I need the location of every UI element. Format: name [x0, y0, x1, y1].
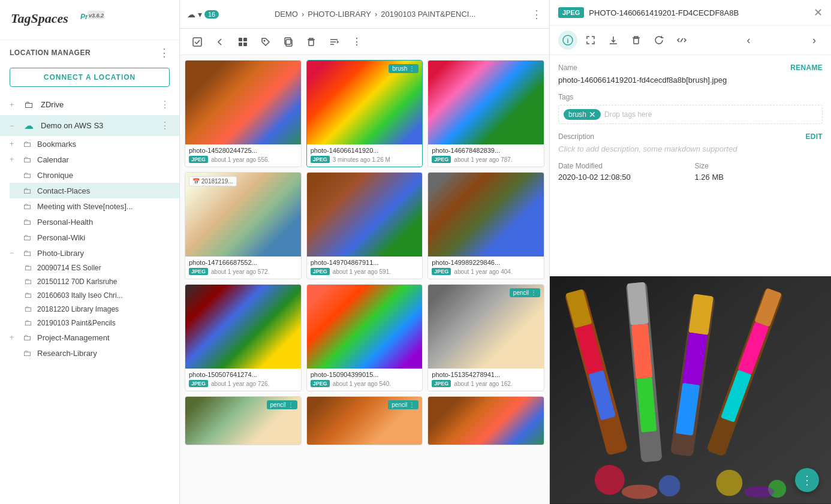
folder-bookmarks[interactable]: + 🗀 Bookmarks	[10, 136, 179, 152]
detail-delete-button[interactable]	[627, 31, 646, 50]
detail-rename-button[interactable]: RENAME	[790, 64, 823, 72]
grid-item-7[interactable]: photo-150507641274... JPEG about 1 year …	[185, 284, 302, 391]
folder-research[interactable]: 🗀 Research-Library	[10, 345, 179, 361]
tag-remove-2[interactable]: ⋮	[409, 65, 415, 72]
detail-tags-label: Tags	[558, 93, 573, 101]
folder-name-photo-library: Photo-Library	[37, 249, 84, 258]
subfolder-name-20181220: 20181220 Library Images	[37, 305, 119, 313]
detail-info-button[interactable]: i	[558, 31, 577, 50]
grid-item-4[interactable]: 📅 20181219... photo-147166687552... JPEG…	[185, 172, 302, 279]
grid-item-8[interactable]: photo-150904399015... JPEG about 1 year …	[306, 284, 423, 391]
grid-tag-badge-10: pencil ⋮	[267, 400, 297, 409]
location-menu-zdrive[interactable]: ⋮	[160, 99, 170, 110]
detail-prev-button[interactable]: ‹	[740, 32, 757, 49]
grid-item-1[interactable]: photo-145280244725... JPEG about 1 year …	[185, 60, 302, 167]
fab-button[interactable]: ⋮	[795, 468, 819, 492]
detail-tags-row: Tags brush ✕ Drop tags here	[558, 93, 823, 124]
grid-item-5[interactable]: photo-149704867911... JPEG about 1 year …	[306, 172, 423, 279]
detail-fullscreen-button[interactable]	[581, 31, 600, 50]
grid-item-9[interactable]: pencil ⋮ photo-151354278941... JPEG abou…	[427, 284, 544, 391]
folder-personal-wiki[interactable]: 🗀 Personal-Wiki	[10, 230, 179, 245]
detail-embed-button[interactable]	[672, 31, 691, 50]
breadcrumb-current[interactable]: 20190103 PAINT&PENCI...	[381, 10, 475, 19]
detail-refresh-button[interactable]	[649, 31, 669, 50]
grid-meta-3: JPEG about 1 year ago 787.	[432, 156, 540, 163]
sidebar-header: TagSpaces Pro v3.6.2	[0, 0, 179, 40]
grid-meta-5: JPEG about 1 year ago 591.	[311, 268, 419, 275]
tag-remove-11[interactable]: ⋮	[409, 402, 415, 408]
grid-item-3[interactable]: photo-146678482839... JPEG about 1 year …	[427, 60, 544, 167]
topbar-menu-button[interactable]: ⋮	[531, 8, 542, 21]
subfolder-icon-2016: 🗀	[24, 291, 34, 300]
location-item-zdrive[interactable]: + 🗀 ZDrive ⋮	[0, 94, 179, 115]
tags-placeholder: Drop tags here	[604, 110, 652, 119]
subfolder-2009[interactable]: 🗀 20090714 ES Soller	[24, 261, 179, 274]
tag-button[interactable]	[255, 32, 276, 52]
detail-date-col: Date Modified 2020-10-02 12:08:50	[558, 162, 687, 182]
svg-rect-4	[193, 38, 201, 46]
folder-icon-chronique: 🗀	[23, 170, 34, 180]
location-item-demo-aws[interactable]: − ☁ Demo on AWS S3 ⋮	[0, 115, 179, 136]
folder-contact-places[interactable]: 🗀 Contact-Places	[10, 183, 179, 198]
svg-point-40	[716, 470, 742, 496]
cloud-status[interactable]: ☁ ▾ 16	[187, 10, 219, 19]
location-menu-demo[interactable]: ⋮	[160, 120, 170, 131]
jpeg-badge-7: JPEG	[189, 380, 208, 387]
folder-meeting[interactable]: 🗀 Meeting with Steve[notes]...	[10, 198, 179, 214]
jpeg-badge-3: JPEG	[432, 156, 451, 163]
tag-chip-brush-remove[interactable]: ✕	[589, 110, 596, 119]
select-all-button[interactable]	[187, 32, 207, 52]
sort-button[interactable]	[324, 32, 344, 52]
tag-remove-9[interactable]: ⋮	[531, 289, 537, 296]
subfolder-2015[interactable]: 🗀 20150112 70D Karlsruhe	[24, 274, 179, 288]
jpeg-badge-5: JPEG	[311, 268, 330, 275]
subfolder-2016[interactable]: 🗀 20160603 Itally Iseo Chri...	[24, 288, 179, 302]
grid-thumb-8	[307, 285, 423, 369]
back-button[interactable]	[210, 32, 230, 52]
folder-name-contact: Contact-Places	[37, 186, 90, 195]
location-manager-menu-button[interactable]: ⋮	[159, 46, 170, 59]
more-button[interactable]: ⋮	[347, 32, 367, 52]
breadcrumb-demo[interactable]: DEMO	[275, 10, 298, 19]
topbar: ☁ ▾ 16 DEMO › PHOTO-LIBRARY › 20190103 P…	[180, 0, 549, 29]
folder-icon-research: 🗀	[23, 348, 34, 358]
expand-icon: +	[10, 101, 19, 109]
subfolder-20181220[interactable]: 🗀 20181220 Library Images	[24, 302, 179, 316]
detail-close-button[interactable]: ✕	[814, 6, 823, 19]
svg-point-42	[622, 485, 658, 499]
grid-info-5: photo-149704867911... JPEG about 1 year …	[307, 256, 423, 279]
grid-item-6[interactable]: photo-149989229846... JPEG about 1 year …	[427, 172, 544, 279]
folder-project-management[interactable]: + 🗀 Project-Management	[10, 330, 179, 345]
tag-remove-10[interactable]: ⋮	[288, 402, 294, 408]
grid-view-button[interactable]	[233, 32, 253, 52]
detail-desc-value[interactable]: Click to add description, some markdown …	[558, 144, 823, 153]
grid-item-10[interactable]: pencil ⋮	[185, 396, 302, 445]
demo-folder-tree: + 🗀 Bookmarks + 🗀 Calendar 🗀 Chronique 🗀…	[0, 136, 179, 361]
breadcrumb-photo-library[interactable]: PHOTO-LIBRARY	[308, 10, 371, 19]
folder-photo-library[interactable]: − 🗀 Photo-Library	[10, 245, 179, 261]
subfolder-name-2016: 20160603 Itally Iseo Chri...	[37, 291, 123, 300]
grid-item-2[interactable]: brush ⋮ photo-146066141920... JPEG 3 min…	[306, 60, 423, 167]
folder-personal-health[interactable]: 🗀 Personal-Health	[10, 214, 179, 230]
grid-meta-text-3: about 1 year ago 787.	[454, 156, 512, 163]
grid-item-11[interactable]: pencil ⋮	[306, 396, 423, 445]
detail-next-button[interactable]: ›	[806, 32, 823, 49]
detail-edit-button[interactable]: EDIT	[805, 132, 823, 141]
grid-meta-2: JPEG 3 minutes ago 1.26 M	[311, 156, 419, 163]
delete-button[interactable]	[301, 32, 321, 52]
preview-image-container	[550, 276, 831, 504]
grid-meta-8: JPEG about 1 year ago 540.	[311, 380, 419, 387]
folder-chronique[interactable]: 🗀 Chronique	[10, 167, 179, 183]
connect-location-button[interactable]: CONNECT A LOCATION	[10, 68, 170, 87]
grid-info-1: photo-145280244725... JPEG about 1 year …	[185, 144, 301, 167]
tags-drop-area[interactable]: brush ✕ Drop tags here	[558, 105, 823, 124]
detail-download-button[interactable]	[604, 31, 623, 50]
grid-filename-5: photo-149704867911...	[311, 259, 419, 266]
cloud-sync-icon: ☁	[187, 10, 195, 19]
subfolder-20190103[interactable]: 🗀 20190103 Paint&Pencils	[24, 316, 179, 330]
folder-icon: 🗀	[24, 99, 36, 110]
grid-item-12[interactable]	[427, 396, 544, 445]
folder-calendar[interactable]: + 🗀 Calendar	[10, 152, 179, 167]
copy-button[interactable]	[278, 32, 299, 52]
grid-filename-7: photo-150507641274...	[189, 371, 297, 378]
